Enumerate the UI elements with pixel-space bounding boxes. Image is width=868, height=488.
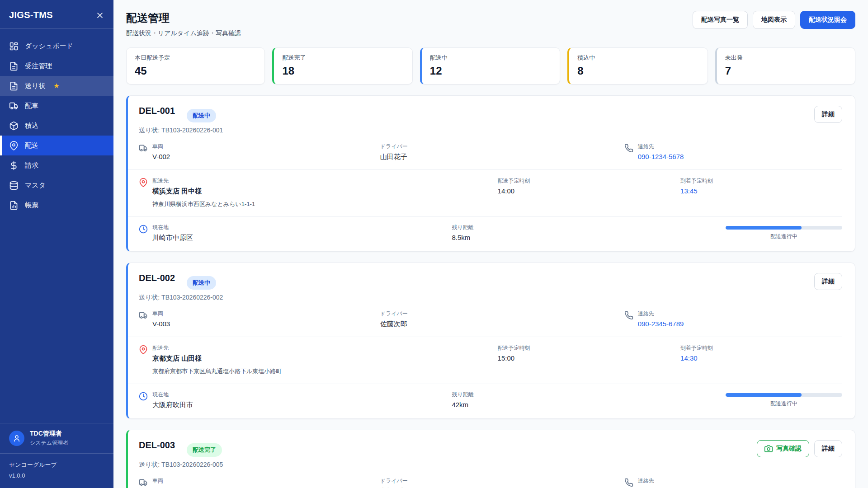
stat-card-scheduled: 本日配送予定 45 [126,47,265,84]
package-icon [9,121,19,131]
dashboard-icon [9,42,19,51]
contact-label: 連絡先 [638,477,684,485]
eta-value: 13:45 [680,187,842,195]
destination-label: 配送先 [152,344,282,352]
detail-button[interactable]: 詳細 [814,273,842,290]
report-icon [9,201,19,210]
avatar [9,431,24,446]
current-location-value: 大阪府吹田市 [152,401,193,409]
contact-label: 連絡先 [638,310,684,318]
stat-value: 45 [135,65,256,77]
vehicle-label: 車両 [152,477,170,485]
document-icon [9,81,19,91]
user-name: TDC管理者 [30,430,68,438]
progress-label: 配送進行中 [726,400,842,408]
stat-card-not-departed: 未出発 7 [715,47,855,84]
sidebar-item-delivery[interactable]: 配送 [0,136,113,155]
destination-address: 神奈川県横浜市西区みなとみらい1-1-1 [152,200,255,208]
sidebar-item-reports[interactable]: 帳票 [0,195,113,215]
sidebar-item-waybill[interactable]: 送り状 ★ [0,76,113,96]
remaining-distance-value: 8.5km [452,234,726,241]
truck-icon [139,310,148,328]
sidebar-item-label: 送り状 [25,82,45,90]
photo-confirm-button[interactable]: 写真確認 [757,440,809,457]
contact-label: 連絡先 [638,143,684,150]
sidebar-footer: センコーグループ v1.0.0 [0,453,113,488]
stat-card-loading: 積込中 8 [567,47,708,84]
sidebar-item-billing[interactable]: 請求 [0,155,113,175]
sidebar-item-label: 受注管理 [25,62,52,70]
sidebar-item-label: 帳票 [25,201,38,210]
sidebar-item-master[interactable]: マスタ [0,175,113,195]
sidebar-item-orders[interactable]: 受注管理 [0,56,113,76]
destination-label: 配送先 [152,177,255,185]
main-content: 配送管理 配送状況・リアルタイム追跡・写真確認 配送写真一覧 地図表示 配送状況… [113,0,868,488]
scheduled-time-label: 配送予定時刻 [498,177,681,185]
sidebar-item-dashboard[interactable]: ダッシュボード [0,36,113,56]
photo-confirm-label: 写真確認 [776,445,802,453]
detail-button[interactable]: 詳細 [814,106,842,123]
scheduled-time-value: 14:00 [498,187,681,195]
sidebar-item-dispatch[interactable]: 配車 [0,96,113,116]
delivery-status-button[interactable]: 配送状況照会 [800,11,855,29]
eta-label: 到着予定時刻 [680,177,842,185]
remaining-distance-label: 残り距離 [452,224,726,231]
current-location-label: 現在地 [152,224,193,231]
delivery-id: DEL-003 [139,440,175,450]
sidebar-item-loading[interactable]: 積込 [0,116,113,136]
eta-label: 到着予定時刻 [680,344,842,352]
delivery-card-del-003: DEL-003 配送完了 送り状: TB103-20260226-005 写真確… [126,430,855,488]
delivery-card-del-001: DEL-001 配送中 送り状: TB103-20260226-001 詳細 車… [126,95,855,252]
stat-label: 未出発 [725,54,847,62]
map-pin-icon [9,141,19,150]
current-location-label: 現在地 [152,391,193,399]
page-header: 配送管理 配送状況・リアルタイム追跡・写真確認 配送写真一覧 地図表示 配送状況… [126,11,855,38]
driver-label: ドライバー [380,477,408,485]
delivery-progress: 配送進行中 [726,224,842,240]
detail-button[interactable]: 詳細 [814,440,842,457]
sidebar-nav: ダッシュボード 受注管理 送り状 ★ 配車 積込 配送 請求 マス [0,29,113,423]
camera-icon [764,445,773,453]
stat-card-in-transit: 配送中 12 [420,47,560,84]
delivery-id: DEL-001 [139,106,175,116]
map-view-button[interactable]: 地図表示 [753,11,795,29]
progress-bar-fill [726,393,802,397]
status-badge: 配送中 [187,276,216,290]
stat-value: 8 [577,65,699,77]
stat-label: 本日配送予定 [135,54,256,62]
destination-value: 京都支店 山田様 [152,354,282,363]
database-icon [9,181,19,190]
app-version: v1.0.0 [9,470,104,481]
eta-value: 14:30 [680,354,842,362]
vehicle-label: 車両 [152,143,170,150]
phone-icon [624,143,633,160]
waybill-number: 送り状: TB103-20260226-005 [139,461,223,469]
sidebar-item-label: ダッシュボード [25,42,73,51]
delivery-id: DEL-002 [139,273,175,283]
driver-value: 山田花子 [380,153,408,161]
dollar-icon [9,161,19,170]
map-pin-icon [139,177,148,208]
sidebar: JIGS-TMS ダッシュボード 受注管理 送り状 ★ 配車 積込 [0,0,113,488]
destination-value: 横浜支店 田中様 [152,187,255,196]
delivery-photos-button[interactable]: 配送写真一覧 [693,11,748,29]
clock-icon [139,224,148,242]
vehicle-value: V-003 [152,320,170,328]
phone-icon [624,310,633,328]
progress-bar-fill [726,226,802,230]
sidebar-item-label: 配送 [25,141,38,150]
sidebar-item-label: 請求 [25,161,38,170]
map-pin-icon [139,344,148,375]
stats-row: 本日配送予定 45 配送完了 18 配送中 12 積込中 8 未出発 7 [126,47,855,84]
star-icon: ★ [53,82,59,90]
contact-phone-link[interactable]: 090-2345-6789 [638,320,684,328]
progress-label: 配送進行中 [726,233,842,240]
remaining-distance-value: 42km [452,401,726,408]
stat-value: 7 [725,65,847,77]
contact-phone-link[interactable]: 090-1234-5678 [638,153,684,160]
driver-value: 佐藤次郎 [380,320,408,328]
waybill-number: 送り状: TB103-20260226-001 [139,127,223,135]
close-icon[interactable] [95,11,104,20]
phone-icon [624,477,633,488]
status-badge: 配送中 [187,109,216,122]
